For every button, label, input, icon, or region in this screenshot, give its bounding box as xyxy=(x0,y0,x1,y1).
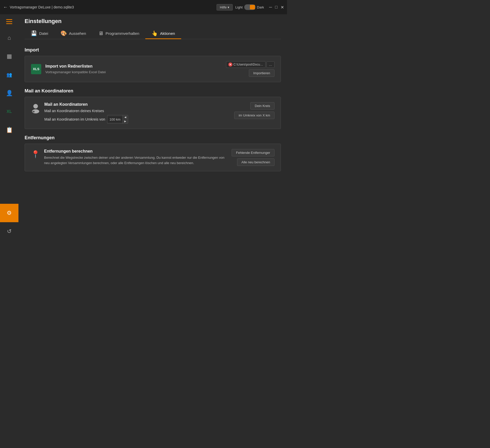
sidebar-item-person[interactable]: 👤 xyxy=(0,84,18,102)
speakers-icon: 👥 xyxy=(6,72,12,78)
theme-toggle-track[interactable] xyxy=(244,4,256,10)
entfernungen-info: Entfernungen berechnen Berechnet die Weg… xyxy=(44,149,228,166)
maximize-button[interactable]: □ xyxy=(275,5,278,10)
file-path-text: C:\Users\post\Docu… xyxy=(233,63,263,66)
aussehen-tab-icon: 🎨 xyxy=(60,30,67,36)
programmverhalten-tab-icon: 🖥 xyxy=(98,30,104,36)
sidebar-item-history[interactable]: ↺ xyxy=(0,222,18,241)
titlebar: ← Vortragsmanager DeLuxe | demo.sqlite3 … xyxy=(0,0,287,14)
theme-toggle[interactable]: Light Dark xyxy=(235,4,264,10)
import-row: XLS Import von Rednerlisten Vortragsmana… xyxy=(31,61,274,77)
entfernungen-section-header: Entfernungen xyxy=(25,135,281,141)
app-layout: ⌂ ▦ 👥 👤 XL 📋 ⚙ ↺ xyxy=(0,14,287,243)
file-path-row: ✕ C:\Users\post\Docu… … xyxy=(226,61,274,68)
entfernungen-controls: Fehlende Entfernunger Alle neu berechnen xyxy=(232,149,274,166)
theme-toggle-thumb xyxy=(250,5,255,9)
app-title: Vortragsmanager DeLuxe | demo.sqlite3 xyxy=(10,5,74,9)
import-card-title: Import von Rednerlisten xyxy=(45,64,222,69)
excel-icon: XL xyxy=(7,109,12,114)
svg-point-0 xyxy=(33,104,38,109)
calendar-icon: ▦ xyxy=(7,53,12,60)
aussehen-tab-label: Aussehen xyxy=(69,31,86,36)
datei-tab-icon: 💾 xyxy=(31,30,37,36)
sidebar-item-excel[interactable]: XL xyxy=(0,102,18,121)
import-controls: ✕ C:\Users\post\Docu… … Importieren xyxy=(226,61,274,77)
content-area: Einstellungen 💾 Datei 🎨 Aussehen 🖥 Progr… xyxy=(18,14,287,243)
hilfe-button[interactable]: Hilfe ▾ xyxy=(217,4,233,10)
sidebar-item-settings[interactable]: ⚙ xyxy=(0,204,18,222)
location-pin-icon: 📍 xyxy=(31,150,40,158)
entfernungen-card-inner: 📍 Entfernungen berechnen Berechnet die W… xyxy=(31,149,274,166)
fehlende-entfernungen-button[interactable]: Fehlende Entfernunger xyxy=(232,149,274,156)
mail-info: Mail an Koordinatoren Mail an Koordinato… xyxy=(44,102,230,124)
dein-kreis-button[interactable]: Dein Kreis xyxy=(250,102,274,110)
km-value: 100 km xyxy=(107,116,122,122)
spinner-arrows: ◀ ▶ xyxy=(122,115,128,123)
aktionen-tab-icon: 👆 xyxy=(151,30,158,36)
mail-card-title: Mail an Koordinatoren xyxy=(44,102,230,107)
light-label: Light xyxy=(235,5,242,9)
minimize-button[interactable]: ─ xyxy=(269,5,272,10)
person-icon: 👤 xyxy=(6,90,13,97)
entfernungen-card-title: Entfernungen berechnen xyxy=(44,149,228,154)
tab-aktionen[interactable]: 👆 Aktionen xyxy=(145,28,181,39)
import-info: Import von Rednerlisten Vortragsmanager … xyxy=(45,64,222,74)
km-prefix: Mail an Koordinatoren im Umkreis von xyxy=(44,117,105,121)
back-arrow-icon[interactable]: ← xyxy=(3,5,8,10)
import-card-subtitle: Vortragsmanager kompatible Excel Datei xyxy=(45,70,222,74)
sidebar-item-report[interactable]: 📋 xyxy=(0,121,18,139)
mail-controls: Dein Kreis im Umkreix von X km xyxy=(234,102,274,119)
tabs: 💾 Datei 🎨 Aussehen 🖥 Programmverhalten 👆… xyxy=(25,28,281,39)
importieren-button[interactable]: Importieren xyxy=(249,69,274,77)
window-controls: ─ □ ✕ xyxy=(269,5,284,10)
alle-berechnen-button[interactable]: Alle neu berechnen xyxy=(237,158,274,166)
km-row: Mail an Koordinatoren im Umkreis von 100… xyxy=(44,115,230,124)
tab-programmverhalten[interactable]: 🖥 Programmverhalten xyxy=(92,28,146,39)
settings-icon: ⚙ xyxy=(7,210,12,216)
sidebar-item-speakers[interactable]: 👥 xyxy=(0,66,18,84)
mail-person-icon xyxy=(31,103,40,115)
sidebar-item-calendar[interactable]: ▦ xyxy=(0,47,18,66)
sidebar-menu-button[interactable] xyxy=(0,14,18,29)
mail-section-header: Mail an Koordinatoren xyxy=(25,88,281,94)
km-increment-button[interactable]: ▶ xyxy=(123,119,128,123)
datei-tab-label: Datei xyxy=(39,31,48,36)
home-icon: ⌂ xyxy=(7,35,11,41)
history-icon: ↺ xyxy=(7,228,12,235)
sidebar-item-home[interactable]: ⌂ xyxy=(0,29,18,47)
dark-label: Dark xyxy=(257,5,264,9)
page-title: Einstellungen xyxy=(25,18,281,25)
titlebar-right: Hilfe ▾ Light Dark ─ □ ✕ xyxy=(217,4,284,10)
import-card: XLS Import von Rednerlisten Vortragsmana… xyxy=(25,56,281,82)
file-path-badge: ✕ C:\Users\post\Docu… xyxy=(226,61,266,68)
sidebar-nav: ⌂ ▦ 👥 👤 XL 📋 xyxy=(0,29,18,204)
entfernungen-card: 📍 Entfernungen berechnen Berechnet die W… xyxy=(25,144,281,171)
report-icon: 📋 xyxy=(6,127,13,133)
hilfe-label: Hilfe xyxy=(220,5,227,9)
scroll-content[interactable]: Import XLS Import von Rednerlisten Vortr… xyxy=(18,39,287,243)
tab-datei[interactable]: 💾 Datei xyxy=(25,28,54,39)
file-error-icon: ✕ xyxy=(228,62,232,67)
aktionen-tab-label: Aktionen xyxy=(160,31,175,36)
sidebar-bottom: ⚙ ↺ xyxy=(0,204,18,243)
entfernungen-description: Berechnet die Wegstrecke zwischen deiner… xyxy=(44,155,228,166)
hamburger-icon xyxy=(6,19,12,24)
mail-card-inner: Mail an Koordinatoren Mail an Koordinato… xyxy=(31,102,274,124)
mail-card: Mail an Koordinatoren Mail an Koordinato… xyxy=(25,97,281,129)
titlebar-left: ← Vortragsmanager DeLuxe | demo.sqlite3 xyxy=(3,5,74,10)
mail-line1: Mail an Koordinatoren deines Kreises xyxy=(44,109,230,113)
km-spinner[interactable]: 100 km ◀ ▶ xyxy=(107,115,128,124)
umkreis-button[interactable]: im Umkreix von X km xyxy=(234,112,274,119)
km-decrement-button[interactable]: ◀ xyxy=(123,115,128,119)
file-browse-button[interactable]: … xyxy=(267,61,274,68)
sidebar: ⌂ ▦ 👥 👤 XL 📋 ⚙ ↺ xyxy=(0,14,18,243)
svg-rect-2 xyxy=(33,111,35,112)
page-header: Einstellungen 💾 Datei 🎨 Aussehen 🖥 Progr… xyxy=(18,14,287,39)
close-button[interactable]: ✕ xyxy=(281,5,284,10)
tab-aussehen[interactable]: 🎨 Aussehen xyxy=(54,28,92,39)
import-section-header: Import xyxy=(25,47,281,53)
excel-file-icon: XLS xyxy=(31,64,41,74)
programmverhalten-tab-label: Programmverhalten xyxy=(106,31,139,36)
hilfe-dropdown-icon: ▾ xyxy=(228,5,229,9)
